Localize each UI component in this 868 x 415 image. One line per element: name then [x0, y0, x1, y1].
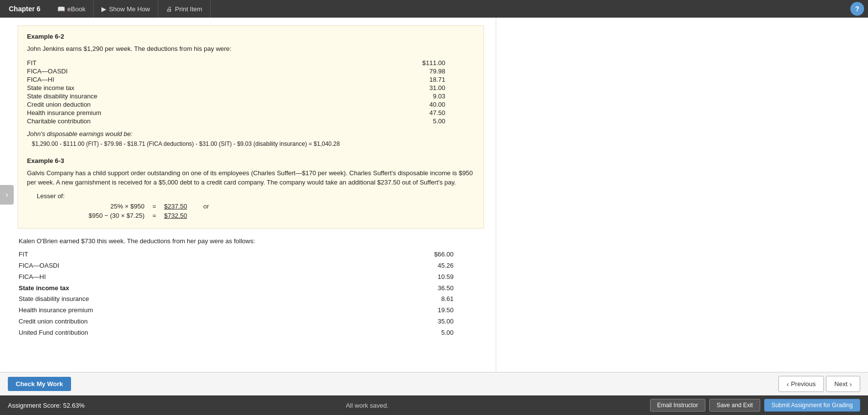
disposable-label: John's disposable earnings would be:	[27, 130, 475, 138]
below-box-deductions: FIT$66.00FICA—OASDI45.26FICA—HI10.59Stat…	[19, 249, 483, 338]
table-row: State income tax31.00	[27, 84, 475, 92]
table-row: Credit union contribution35.00	[19, 316, 483, 327]
save-and-exit-button[interactable]: Save and Exit	[709, 399, 760, 412]
tab-ebook[interactable]: 📖 eBook	[49, 0, 94, 18]
table-row: FIT$66.00	[19, 249, 483, 260]
deduction-label: Credit union contribution	[19, 316, 299, 327]
deduction-label: Credit union deduction	[27, 100, 289, 109]
previous-label: Previous	[791, 380, 816, 388]
help-button[interactable]: ?	[850, 2, 864, 16]
table-row: State disability insurance9.03	[27, 92, 475, 100]
ebook-icon: 📖	[57, 5, 65, 13]
footer-bar: Assignment Score: 52.63% All work saved.…	[0, 395, 868, 415]
deduction-amount: 45.26	[299, 260, 483, 272]
next-label: Next	[834, 380, 847, 388]
deduction-label: State income tax	[19, 283, 299, 294]
deduction-label: FICA—HI	[27, 75, 289, 84]
deduction-label: FIT	[27, 59, 289, 67]
calc-result: $732.50	[164, 212, 198, 219]
email-instructor-button[interactable]: Email Instructor	[650, 399, 705, 412]
table-row: FICA—OASDI45.26	[19, 260, 483, 272]
calc-eq: =	[149, 212, 159, 219]
table-row: Health insurance premium19.50	[19, 305, 483, 316]
deduction-label: State disability insurance	[19, 294, 299, 305]
top-bar-tabs: 📖 eBook ▶ Show Me How 🖨 Print Item	[49, 0, 211, 18]
submit-assignment-button[interactable]: Submit Assignment for Grading	[764, 399, 860, 412]
example-6-3-desc: Galvis Company has a child support order…	[27, 168, 475, 187]
tab-show-me-how[interactable]: ▶ Show Me How	[94, 0, 158, 18]
table-row: FIT$111.00	[27, 59, 475, 67]
example-6-2-deductions: FIT$111.00FICA—OASDI79.98FICA—HI18.71Sta…	[27, 59, 475, 125]
right-panel	[496, 18, 868, 372]
check-my-work-button[interactable]: Check My Work	[8, 377, 71, 391]
deduction-amount: 36.50	[299, 283, 483, 294]
calc-row: $950 − (30 × $7.25) = $732.50	[66, 212, 475, 219]
deduction-label: Charitable contribution	[27, 117, 289, 125]
assignment-score: Assignment Score: 52.63%	[8, 402, 85, 409]
deduction-label: FICA—HI	[19, 272, 299, 283]
lesser-of-label: Lesser of:	[37, 192, 475, 200]
deduction-amount: $66.00	[299, 249, 483, 260]
previous-arrow-icon: ‹	[787, 380, 789, 388]
example-6-2-box: Example 6-2 John Jenkins earns $1,290 pe…	[18, 25, 484, 229]
expand-panel-arrow[interactable]: ›	[0, 185, 14, 205]
content-panel: Example 6-2 John Jenkins earns $1,290 pe…	[0, 18, 496, 372]
calc-or: or	[203, 203, 209, 210]
deduction-label: State income tax	[27, 84, 289, 92]
table-row: Credit union deduction40.00	[27, 100, 475, 109]
deduction-label: United Fund contribution	[19, 327, 299, 339]
deduction-label: Health insurance premium	[27, 109, 289, 117]
deduction-amount: 5.00	[289, 117, 475, 125]
deduction-amount: 35.00	[299, 316, 483, 327]
deduction-amount: 40.00	[289, 100, 475, 109]
table-row: FICA—HI18.71	[27, 75, 475, 84]
next-button[interactable]: Next ›	[826, 376, 860, 392]
deduction-amount: 18.71	[289, 75, 475, 84]
chapter-title: Chapter 6	[0, 5, 49, 13]
deduction-amount: $111.00	[289, 59, 475, 67]
table-row: FICA—OASDI79.98	[27, 67, 475, 75]
example-6-2-desc: John Jenkins earns $1,290 per week. The …	[27, 44, 475, 54]
lesser-of-section: Lesser of: 25% × $950 = $237.50 or $950 …	[37, 192, 475, 219]
deduction-amount: 47.50	[289, 109, 475, 117]
top-bar: Chapter 6 📖 eBook ▶ Show Me How 🖨 Print …	[0, 0, 868, 18]
tab-show-me-how-label: Show Me How	[109, 5, 150, 13]
deduction-label: State disability insurance	[27, 92, 289, 100]
deduction-amount: 9.03	[289, 92, 475, 100]
below-box: Kalen O'Brien earned $730 this week. The…	[18, 236, 484, 339]
deduction-label: FIT	[19, 249, 299, 260]
calc-left: 25% × $950	[66, 203, 145, 210]
table-row: Health insurance premium47.50	[27, 109, 475, 117]
footer-buttons: Email Instructor Save and Exit Submit As…	[650, 399, 860, 412]
print-icon: 🖨	[166, 5, 172, 13]
calc-left: $950 − (30 × $7.25)	[66, 212, 145, 219]
tab-ebook-label: eBook	[68, 5, 86, 13]
deduction-amount: 5.00	[299, 327, 483, 339]
deduction-label: FICA—OASDI	[27, 67, 289, 75]
deduction-amount: 10.59	[299, 272, 483, 283]
calc-eq: =	[149, 203, 159, 210]
show-me-how-icon: ▶	[101, 5, 106, 13]
table-row: United Fund contribution5.00	[19, 327, 483, 339]
deduction-amount: 8.61	[299, 294, 483, 305]
deduction-label: FICA—OASDI	[19, 260, 299, 272]
nav-buttons: ‹ Previous Next ›	[778, 376, 860, 392]
table-row: State income tax36.50	[19, 283, 483, 294]
example-6-3-title: Example 6-3	[27, 157, 475, 164]
calc-result: $237.50	[164, 203, 198, 210]
table-row: Charitable contribution5.00	[27, 117, 475, 125]
tab-print-item[interactable]: 🖨 Print Item	[158, 0, 211, 18]
deduction-amount: 31.00	[289, 84, 475, 92]
below-box-intro: Kalen O'Brien earned $730 this week. The…	[19, 236, 483, 247]
table-row: FICA—HI10.59	[19, 272, 483, 283]
calc-row: 25% × $950 = $237.50 or	[66, 203, 475, 210]
disposable-formula: $1,290.00 - $111.00 (FIT) - $79.98 - $18…	[32, 139, 475, 148]
tab-print-item-label: Print Item	[175, 5, 202, 13]
deduction-amount: 79.98	[289, 67, 475, 75]
example-6-2-title: Example 6-2	[27, 33, 475, 40]
next-arrow-icon: ›	[849, 380, 852, 388]
deduction-label: Health insurance premium	[19, 305, 299, 316]
previous-button[interactable]: ‹ Previous	[778, 376, 824, 392]
table-row: State disability insurance8.61	[19, 294, 483, 305]
main-area: › Example 6-2 John Jenkins earns $1,290 …	[0, 18, 868, 372]
